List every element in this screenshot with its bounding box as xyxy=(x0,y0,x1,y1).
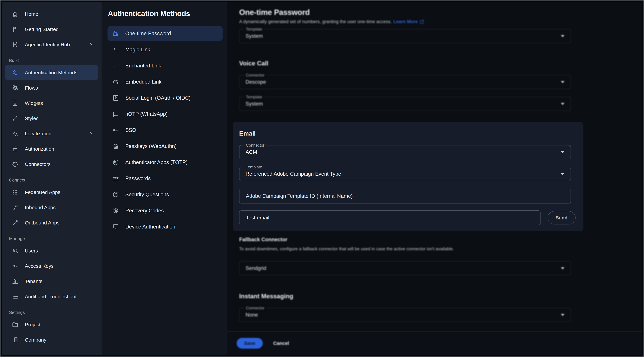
method-item-label: SSO xyxy=(125,127,136,133)
dropdown-caret-icon xyxy=(561,173,564,175)
outbound-apps-icon xyxy=(12,220,18,226)
instant-messaging-title: Instant Messaging xyxy=(239,293,642,300)
method-item-label: One-time Password xyxy=(125,30,171,36)
otp-lock-clock-icon xyxy=(112,30,119,37)
method-list: One-time PasswordMagic LinkEnchanted Lin… xyxy=(108,26,222,234)
sidebar-item-home[interactable]: Home xyxy=(5,6,98,22)
voice-call-template-dropdown[interactable]: Template System xyxy=(239,97,571,111)
recovery-codes-icon xyxy=(112,207,119,214)
method-item-enchanted-link[interactable]: Enchanted Link xyxy=(108,58,222,73)
sidebar-item-access-keys[interactable]: Access Keys xyxy=(5,258,98,274)
sidebar-item-users[interactable]: Users xyxy=(5,243,98,258)
method-item-label: Device Authentication xyxy=(125,224,175,230)
sidebar-item-company[interactable]: Company xyxy=(5,332,98,348)
method-item-magic-link[interactable]: Magic Link xyxy=(108,42,222,57)
sidebar-item-localization[interactable]: Localization xyxy=(5,126,98,141)
fallback-connector-section: Fallback Connector To avoid downtimes, c… xyxy=(239,236,642,275)
method-item-label: Authenticator Apps (TOTP) xyxy=(125,160,188,166)
users-icon xyxy=(12,248,18,254)
voice-call-section: Voice Call Connector Descope Template Sy… xyxy=(239,60,642,111)
sidebar-item-label: Company xyxy=(25,337,46,343)
method-item-security-questions[interactable]: Security Questions xyxy=(108,187,222,202)
email-connector-dropdown[interactable]: Connector ACM xyxy=(239,145,571,159)
sidebar-item-label: Access Keys xyxy=(25,263,54,269)
sidebar-item-styles[interactable]: Styles xyxy=(5,111,98,126)
method-item-sso[interactable]: SSO xyxy=(108,123,222,138)
field-label: Connector xyxy=(244,306,266,310)
method-item-embedded-link[interactable]: Embedded Link xyxy=(108,74,222,89)
sidebar-item-flows[interactable]: Flows xyxy=(5,80,98,96)
page-description-text: A dynamically generated set of numbers, … xyxy=(239,19,392,24)
method-item-passwords[interactable]: Passwords xyxy=(108,171,222,186)
passkeys-fingerprint-icon xyxy=(112,143,119,150)
sidebar-item-authorization[interactable]: Authorization xyxy=(5,141,98,156)
sidebar-item-inbound-apps[interactable]: Inbound Apps xyxy=(5,200,98,215)
dropdown-caret-icon xyxy=(561,267,564,270)
template-id-field xyxy=(239,189,571,204)
sidebar-item-federated-apps[interactable]: Federated Apps xyxy=(5,184,98,200)
method-item-label: Embedded Link xyxy=(125,79,161,85)
dropdown-caret-icon xyxy=(561,151,564,153)
field-label: Template xyxy=(244,164,264,170)
panel-title: Authentication Methods xyxy=(108,10,222,18)
test-email-row: Send xyxy=(239,210,584,225)
widgets-icon xyxy=(12,100,18,106)
otp-settings-scroll: One-time Password A dynamically generate… xyxy=(227,2,642,331)
sidebar-item-label: Agentic Identity Hub xyxy=(25,42,70,48)
method-item-authenticator-apps-totp[interactable]: Authenticator Apps (TOTP) xyxy=(108,155,222,170)
method-item-one-time-password[interactable]: One-time Password xyxy=(108,26,222,41)
sms-template-dropdown[interactable]: Template System xyxy=(239,29,571,43)
cancel-button[interactable]: Cancel xyxy=(273,340,289,346)
field-value: System xyxy=(246,101,263,107)
save-button[interactable]: Save xyxy=(237,338,263,348)
fallback-connector-dropdown[interactable]: Sendgrid xyxy=(239,261,571,275)
learn-more-link[interactable]: Learn More xyxy=(393,19,424,24)
sidebar-item-label: Widgets xyxy=(25,100,43,106)
auth-methods-panel: Authentication Methods One-time Password… xyxy=(102,2,227,355)
method-item-social-login-oauth-oidc[interactable]: Social Login (OAuth / OIDC) xyxy=(108,90,222,105)
device-authentication-monitor-icon xyxy=(112,223,119,230)
magic-link-sparkles-icon xyxy=(112,46,119,53)
method-item-device-authentication[interactable]: Device Authentication xyxy=(108,220,222,234)
voice-call-connector-dropdown[interactable]: Connector Descope xyxy=(239,75,571,89)
sso-key-icon xyxy=(112,127,119,134)
app-root: HomeGetting StartedAgentic Identity HubB… xyxy=(2,2,642,355)
field-label: Connector xyxy=(244,143,266,148)
tenants-building-icon xyxy=(12,278,18,285)
sidebar-item-connectors[interactable]: Connectors xyxy=(5,156,98,172)
footer-actions: Save Cancel xyxy=(227,338,289,348)
send-button[interactable]: Send xyxy=(548,211,576,224)
sidebar-item-widgets[interactable]: Widgets xyxy=(5,96,98,111)
chevron-right-icon xyxy=(88,131,94,136)
method-item-label: Passwords xyxy=(125,176,151,182)
sidebar-item-outbound-apps[interactable]: Outbound Apps xyxy=(5,215,98,230)
field-value: ACM xyxy=(246,149,257,155)
method-item-label: Social Login (OAuth / OIDC) xyxy=(125,95,190,101)
email-template-dropdown[interactable]: Template Referenced Adobe Campaign Event… xyxy=(239,167,571,181)
embedded-link-icon xyxy=(112,78,119,86)
method-item-recovery-codes[interactable]: Recovery Codes xyxy=(108,203,222,218)
method-item-passkeys-webauthn[interactable]: Passkeys (WebAuthn) xyxy=(108,139,222,154)
totp-clock-icon xyxy=(112,159,119,166)
sidebar-item-authentication-methods[interactable]: Authentication Methods xyxy=(5,65,98,80)
sidebar-item-label: Localization xyxy=(25,131,51,136)
template-id-input[interactable] xyxy=(246,193,564,199)
sidebar-item-agentic-identity-hub[interactable]: Agentic Identity Hub xyxy=(5,37,98,52)
social-login-id-card-icon xyxy=(112,94,119,102)
external-link-icon xyxy=(418,19,424,24)
sidebar-item-audit-and-troubleshoot[interactable]: Audit and Troubleshoot xyxy=(5,289,98,304)
method-item-label: Security Questions xyxy=(125,192,169,198)
method-item-notp-whatsapp[interactable]: nOTP (WhatsApp) xyxy=(108,107,222,122)
method-item-label: Magic Link xyxy=(125,47,150,53)
authentication-methods-user-check-icon xyxy=(12,69,18,76)
test-email-input[interactable] xyxy=(246,214,534,221)
instant-messaging-connector-dropdown[interactable]: Connector None xyxy=(239,308,571,322)
sidebar-item-label: Audit and Troubleshoot xyxy=(25,294,77,300)
security-questions-icon xyxy=(112,191,119,198)
sidebar-item-tenants[interactable]: Tenants xyxy=(5,274,98,289)
sidebar-item-project[interactable]: Project xyxy=(5,317,98,332)
sidebar-section-label: Settings xyxy=(9,309,101,316)
styles-brush-icon xyxy=(12,115,18,122)
sidebar-item-label: Outbound Apps xyxy=(25,220,60,226)
sidebar-item-getting-started[interactable]: Getting Started xyxy=(5,22,98,37)
